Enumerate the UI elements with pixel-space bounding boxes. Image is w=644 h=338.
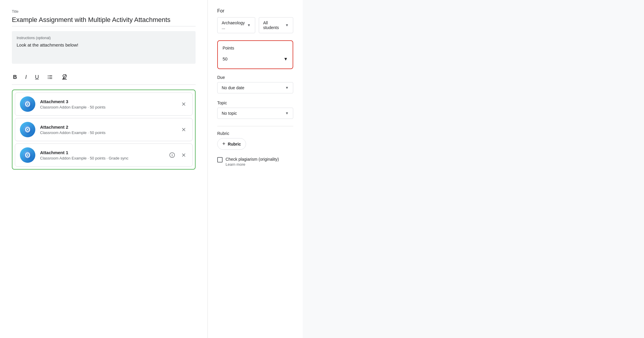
students-dropdown-chevron: ▼ bbox=[285, 23, 289, 27]
svg-point-10 bbox=[27, 103, 28, 105]
remove-attachment-3-button[interactable] bbox=[180, 100, 188, 108]
attachment-info-3: Attachment 3 Classroom Addon Example · 5… bbox=[40, 99, 180, 109]
info-attachment-1-button[interactable] bbox=[168, 151, 176, 159]
attachment-info-1: Attachment 1 Classroom Addon Example · 5… bbox=[40, 150, 168, 160]
attachment-card-2: Attachment 2 Classroom Addon Example · 5… bbox=[15, 118, 193, 141]
topic-dropdown[interactable]: No topic ▼ bbox=[217, 108, 293, 119]
attachment-actions-2 bbox=[180, 126, 188, 133]
attachment-card-3: Attachment 3 Classroom Addon Example · 5… bbox=[15, 93, 193, 116]
points-dropdown[interactable]: 50 ▼ bbox=[223, 54, 288, 64]
svg-point-15 bbox=[27, 129, 28, 130]
topic-chevron: ▼ bbox=[285, 111, 289, 115]
main-panel: Title Instructions (optional) Look at th… bbox=[0, 0, 208, 338]
instructions-label: Instructions (optional) bbox=[17, 36, 191, 40]
attachment-name-1: Attachment 1 bbox=[40, 150, 168, 155]
points-section: Points 50 ▼ bbox=[217, 40, 293, 69]
svg-point-4 bbox=[48, 77, 49, 78]
attachment-icon-1 bbox=[20, 147, 35, 163]
underline-button[interactable]: U bbox=[34, 73, 40, 82]
topic-section: Topic No topic ▼ bbox=[217, 101, 293, 119]
class-dropdown[interactable]: Archaeology ... ▼ bbox=[217, 17, 255, 33]
learn-more-link[interactable]: Learn more bbox=[226, 162, 279, 167]
points-label: Points bbox=[223, 46, 288, 50]
attachment-icon-3 bbox=[20, 96, 35, 112]
attachment-name-3: Attachment 3 bbox=[40, 99, 180, 104]
class-dropdown-chevron: ▼ bbox=[247, 23, 251, 27]
attachments-area: Attachment 3 Classroom Addon Example · 5… bbox=[12, 90, 196, 170]
attachment-icon-2 bbox=[20, 122, 35, 137]
clear-formatting-button[interactable] bbox=[60, 73, 69, 82]
plus-icon: + bbox=[222, 141, 226, 147]
points-chevron: ▼ bbox=[283, 56, 288, 61]
attachment-meta-1: Classroom Addon Example · 50 points · Gr… bbox=[40, 156, 168, 160]
attachment-meta-2: Classroom Addon Example · 50 points bbox=[40, 130, 180, 135]
rubric-label: Rubric bbox=[217, 131, 293, 136]
add-rubric-button[interactable]: + Rubric bbox=[217, 138, 246, 150]
title-field: Title bbox=[12, 9, 196, 26]
rubric-section: Rubric + Rubric bbox=[217, 131, 293, 150]
title-label: Title bbox=[12, 9, 196, 14]
for-dropdowns: Archaeology ... ▼ All students ▼ bbox=[217, 17, 293, 33]
due-chevron: ▼ bbox=[285, 86, 289, 90]
italic-button[interactable]: I bbox=[24, 73, 28, 82]
students-dropdown[interactable]: All students ▼ bbox=[259, 17, 293, 33]
attachment-actions-1 bbox=[168, 151, 188, 159]
due-section: Due No due date ▼ bbox=[217, 75, 293, 93]
attachment-meta-3: Classroom Addon Example · 50 points bbox=[40, 105, 180, 109]
attachment-info-2: Attachment 2 Classroom Addon Example · 5… bbox=[40, 125, 180, 135]
plagiarism-checkbox[interactable] bbox=[217, 157, 223, 162]
formatting-toolbar: B I U bbox=[12, 70, 196, 85]
plagiarism-label: Check plagiarism (originality) bbox=[226, 157, 279, 162]
svg-point-20 bbox=[27, 154, 28, 156]
due-dropdown[interactable]: No due date ▼ bbox=[217, 82, 293, 93]
svg-point-5 bbox=[48, 78, 49, 79]
title-input[interactable] bbox=[12, 15, 196, 26]
plagiarism-section: Check plagiarism (originality) Learn mor… bbox=[217, 157, 293, 167]
instructions-text: Look at the attachments below! bbox=[17, 42, 191, 47]
remove-attachment-2-button[interactable] bbox=[180, 126, 188, 133]
due-label: Due bbox=[217, 75, 293, 80]
divider bbox=[217, 126, 293, 126]
for-label: For bbox=[217, 8, 293, 14]
attachment-name-2: Attachment 2 bbox=[40, 125, 180, 130]
side-panel: For Archaeology ... ▼ All students ▼ Poi… bbox=[208, 0, 303, 338]
list-button[interactable] bbox=[46, 73, 54, 81]
points-value: 50 bbox=[223, 56, 228, 61]
for-section: For Archaeology ... ▼ All students ▼ bbox=[217, 8, 293, 33]
svg-point-3 bbox=[48, 75, 49, 76]
instructions-field: Instructions (optional) Look at the atta… bbox=[12, 31, 196, 64]
attachment-card-1: Attachment 1 Classroom Addon Example · 5… bbox=[15, 144, 193, 167]
bold-button[interactable]: B bbox=[12, 73, 18, 82]
attachment-actions-3 bbox=[180, 100, 188, 108]
remove-attachment-1-button[interactable] bbox=[180, 151, 188, 159]
topic-label: Topic bbox=[217, 101, 293, 105]
